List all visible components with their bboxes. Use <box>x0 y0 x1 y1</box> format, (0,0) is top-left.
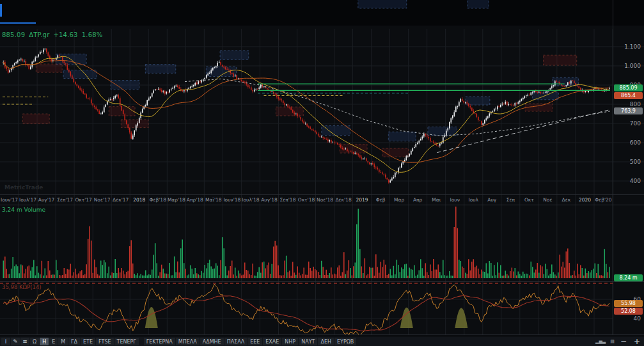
ticker-tab-ΔΕΗ[interactable]: ΔΕΗ <box>318 338 334 345</box>
axis-label: Ιουν <box>450 197 460 203</box>
ticker-tab-ΜΠΕΛΑ[interactable]: ΜΠΕΛΑ <box>176 338 200 345</box>
axis-label: Ιουλ <box>468 197 478 203</box>
trading-platform-window: 1.1001.0009008007006005004006040Ιουν'17Ι… <box>0 0 644 346</box>
zoom-in-button[interactable]: + <box>631 338 643 345</box>
axis-label: Ιουν'17 <box>1 197 18 203</box>
axis-label: Δεκ'17 <box>113 197 129 203</box>
axis-label: Αυγ'18 <box>261 197 278 203</box>
bottom-toolbar: i✎≡ΩΗΕΜΓΔΕΤΕFTSEΤΕΝΕΡΓΓΕΚΤΕΡΝΑΜΠΕΛΑΑΔΜΗΕ… <box>0 336 644 346</box>
ticker-tab-ΑΔΜΗΕ[interactable]: ΑΔΜΗΕ <box>200 338 224 345</box>
axis-label: 800 <box>630 101 641 107</box>
axis-label: Μαι <box>432 197 441 203</box>
ticker-tab-ΕΤΕ[interactable]: ΕΤΕ <box>81 338 95 345</box>
ticker-tab-ΝΗΡ[interactable]: ΝΗΡ <box>282 338 298 345</box>
axis-label: Φεβ <box>376 197 386 203</box>
axis-label: Ιουλ'18 <box>242 197 259 203</box>
ticker-tab-ΓΔ[interactable]: ΓΔ <box>68 338 80 345</box>
volume-badge: 8.24 m <box>614 274 643 281</box>
axis-label: Σεπ <box>507 197 515 203</box>
timeframe-button-Μ[interactable]: Μ <box>58 338 68 345</box>
axis-label: 400 <box>630 178 641 184</box>
axis-label: Απρ <box>413 197 423 203</box>
rsi-value-badge: 55.98 <box>614 300 643 307</box>
axis-label: 2019 <box>356 197 368 203</box>
ticker-tab-ΝΑΥΤ[interactable]: ΝΑΥΤ <box>299 338 317 345</box>
axis-label: 700 <box>630 120 641 127</box>
axis-label: Απρ'18 <box>187 197 203 203</box>
last-price-badge: 885.09 <box>614 84 643 91</box>
axis-label: Αυγ <box>487 197 496 203</box>
tool-info-icon[interactable]: i <box>1 338 10 345</box>
axis-label: Νοε <box>543 197 552 203</box>
chart-columns-icon[interactable]: ▤ <box>608 338 617 345</box>
timeframe-button-Ε[interactable]: Ε <box>49 338 58 345</box>
axis-label: Μαϊ'18 <box>205 197 222 203</box>
ticker-tab-ΓΕΚΤΕΡΝΑ[interactable]: ΓΕΚΤΕΡΝΑ <box>144 338 175 345</box>
alert-price-badge: 865.4 <box>614 92 643 99</box>
tool-draw-icon[interactable]: ✎ <box>11 338 20 345</box>
axis-label: 500 <box>630 159 641 165</box>
tool-list-icon[interactable]: ≡ <box>20 338 29 345</box>
axis-label: 600 <box>630 139 641 146</box>
ticker-tab-ΕΕΕ[interactable]: ΕΕΕ <box>247 338 262 345</box>
ticker-tab-ΕΧΑΕ[interactable]: ΕΧΑΕ <box>263 338 281 345</box>
axis-label: Μαρ <box>394 197 404 203</box>
axis-label: Αυγ'17 <box>38 197 55 203</box>
axis-label: 2020 <box>579 197 591 203</box>
axis-label: Οκτ'17 <box>75 197 92 203</box>
ticker-tab-ΠΑΣΑΛ[interactable]: ΠΑΣΑΛ <box>224 338 247 345</box>
ticker-tab-ΤΕΝΕΡΓ[interactable]: ΤΕΝΕΡΓ <box>114 338 139 345</box>
axis-label: Δεκ <box>562 197 571 203</box>
axis-label: Δεκ'18 <box>335 197 351 203</box>
rsi-ma-badge: 52.08 <box>614 308 643 315</box>
axis-label: 1.100 <box>624 43 641 50</box>
zoom-out-button[interactable]: − <box>617 338 630 345</box>
axis-label: 1.000 <box>624 63 641 69</box>
axis-label: Οκτ <box>524 197 534 203</box>
timeframe-button-Η[interactable]: Η <box>40 338 49 345</box>
axis-label: Σεπ'17 <box>57 197 73 203</box>
timeframe-button-Ω[interactable]: Ω <box>30 338 39 345</box>
axis-label: Νοε'17 <box>94 197 111 203</box>
ma-price-badge: 763.9 <box>614 107 643 114</box>
ticker-tab-FTSE[interactable]: FTSE <box>96 338 113 345</box>
axis-label: Μαρ'18 <box>168 197 185 203</box>
axis-label: Ιουλ'17 <box>19 197 36 203</box>
axis-label: 40 <box>634 315 641 322</box>
chart-bars-icon[interactable]: ▂▅▃ <box>593 338 608 345</box>
axis-label: Φεβ'18 <box>150 197 167 203</box>
axis-label: Ιουν'18 <box>223 197 240 203</box>
axis-label: Νοε'18 <box>317 197 333 203</box>
axis-label: Οκτ'18 <box>298 197 315 203</box>
chart-canvas[interactable]: 1.1001.0009008007006005004006040Ιουν'17Ι… <box>0 0 644 346</box>
axis-label: 2018 <box>133 197 145 203</box>
ticker-tab-ΕΥΡΩΒ[interactable]: ΕΥΡΩΒ <box>334 338 356 345</box>
axis-label: Σεπ'18 <box>280 197 296 203</box>
axis-label: Φεβ'20 <box>595 197 612 203</box>
